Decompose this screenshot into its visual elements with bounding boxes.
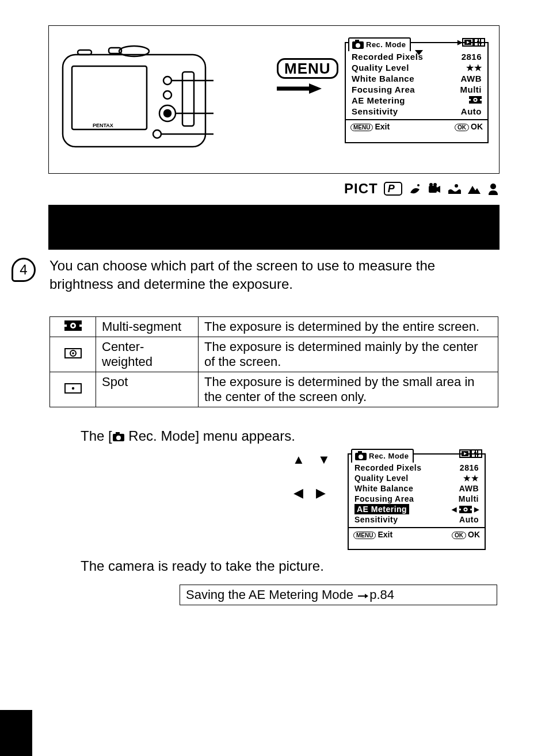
menu-item-label: Quality Level (352, 62, 409, 73)
camera-icon (112, 429, 125, 440)
svg-point-63 (464, 508, 466, 510)
page-thumb-tab (0, 710, 32, 756)
mode-marine-icon (447, 182, 461, 195)
menu-item-value: ★★ (447, 473, 479, 483)
menu-item-label: White Balance (354, 483, 413, 494)
step-rec-mode-appears: The [ Rec. Mode] menu appears. (81, 428, 426, 444)
rec-mode-menu-screen: Rec. Mode ▶ Recorded Pixels2816 Quality … (345, 42, 489, 143)
svg-rect-0 (63, 55, 205, 147)
menu-item-label: Sensitivity (354, 514, 398, 525)
scroll-down-indicator-icon (415, 50, 423, 55)
table-row: Spot The exposure is determined by the s… (50, 372, 498, 407)
metering-modes-table: Multi-segment The exposure is determined… (49, 316, 498, 407)
svg-marker-33 (437, 186, 440, 193)
section-title-bar (48, 205, 500, 250)
tab-setup-icon (471, 449, 482, 458)
svg-point-34 (429, 183, 433, 186)
svg-rect-22 (478, 39, 479, 45)
mode-night-icon (408, 182, 422, 195)
menu-item-selected: AE Metering◀▶ (354, 504, 479, 514)
four-way-up-down-icon: ▲ ▼ (292, 452, 335, 467)
svg-point-54 (359, 455, 363, 459)
metering-desc: The exposure is determined by the small … (199, 372, 498, 407)
metering-desc: The exposure is determined by the entire… (199, 317, 498, 337)
menu-tab-rec-mode: Rec. Mode (348, 37, 411, 51)
menu-item-label: Sensitivity (352, 106, 398, 117)
menu-tab-title: Rec. Mode (366, 40, 406, 49)
menu-item-value: ★★ (449, 62, 482, 73)
metering-name: Center-weighted (96, 337, 199, 372)
metering-name: Spot (96, 372, 199, 407)
tab-playback-icon (459, 449, 471, 458)
mode-p-icon: P (384, 182, 402, 196)
metering-icon-spot (50, 372, 96, 407)
menu-item-value: Multi (449, 84, 482, 95)
svg-rect-30 (480, 99, 482, 101)
tab-setup-icon (474, 38, 485, 47)
svg-rect-10 (78, 50, 92, 55)
table-row: Center-weighted The exposure is determin… (50, 337, 498, 372)
camera-icon (352, 39, 364, 49)
menu-item-label: Focusing Area (354, 494, 414, 504)
intro-paragraph: You can choose which part of the screen … (49, 257, 487, 293)
metering-desc: The exposure is determined mainly by the… (199, 337, 498, 372)
menu-tab-rec-mode: Rec. Mode (351, 449, 414, 463)
svg-rect-50 (116, 432, 120, 434)
svg-point-38 (490, 184, 496, 189)
camera-drawing: PENTAX (58, 37, 214, 158)
svg-rect-57 (475, 450, 476, 457)
menu-item-value: AWB (447, 483, 479, 494)
mode-landscape-icon (467, 182, 481, 195)
svg-rect-42 (64, 324, 67, 327)
svg-point-2 (163, 77, 171, 85)
menu-item-label: White Balance (352, 73, 414, 84)
svg-rect-64 (459, 509, 461, 510)
four-way-left-right-icon: ◀ ▶ (293, 486, 330, 501)
menu-foot-exit: MENUExit (353, 530, 392, 539)
tab-next-icon: ▶ (458, 39, 462, 46)
mode-movie-icon (428, 182, 441, 195)
svg-point-46 (72, 352, 74, 354)
svg-point-31 (417, 184, 420, 186)
svg-rect-25 (479, 43, 482, 44)
svg-rect-24 (477, 41, 479, 42)
cross-reference-box: Saving the AE Metering Mode p.84 (180, 585, 497, 605)
menu-item-value: 2816 (449, 51, 482, 62)
menu-item-label: AE Metering (354, 504, 409, 514)
menu-item-label: Recorded Pixels (354, 463, 421, 473)
applicable-modes-row: PICT P (344, 181, 500, 197)
svg-point-35 (433, 183, 437, 186)
mode-portrait-icon (486, 182, 500, 195)
svg-rect-60 (476, 454, 479, 455)
menu-item-value: Auto (447, 514, 479, 525)
svg-rect-32 (429, 186, 437, 193)
menu-item-value-icon (449, 95, 482, 106)
menu-arrow-icon (277, 83, 322, 94)
rec-mode-menu-screen-step: Rec. Mode Recorded Pixels2816 Quality Le… (348, 453, 486, 550)
svg-rect-53 (358, 451, 362, 453)
metering-icon-multi (50, 317, 96, 337)
svg-rect-43 (79, 324, 82, 327)
svg-point-19 (356, 43, 360, 48)
menu-item-label: Quality Level (354, 473, 409, 483)
svg-rect-23 (480, 39, 481, 45)
metering-name: Multi-segment (96, 317, 199, 337)
menu-foot-ok: OKOK (455, 122, 483, 131)
table-row: Multi-segment The exposure is determined… (50, 317, 498, 337)
pointer-icon (357, 589, 369, 598)
menu-item-value: 2816 (447, 463, 479, 473)
menu-item-label: Recorded Pixels (352, 51, 423, 62)
svg-rect-58 (477, 450, 478, 457)
svg-rect-29 (469, 99, 471, 101)
svg-rect-59 (474, 452, 476, 453)
step-camera-ready: The camera is ready to take the picture. (81, 558, 426, 574)
svg-text:PENTAX: PENTAX (93, 123, 113, 128)
menu-tab-title: Rec. Mode (369, 452, 409, 460)
menu-foot-exit: MENUExit (350, 122, 390, 131)
svg-rect-65 (470, 509, 472, 510)
svg-point-6 (153, 130, 161, 138)
svg-rect-1 (72, 66, 147, 129)
menu-item-label: AE Metering (352, 95, 405, 106)
tab-playback-icon (462, 38, 474, 47)
svg-marker-37 (468, 186, 481, 194)
